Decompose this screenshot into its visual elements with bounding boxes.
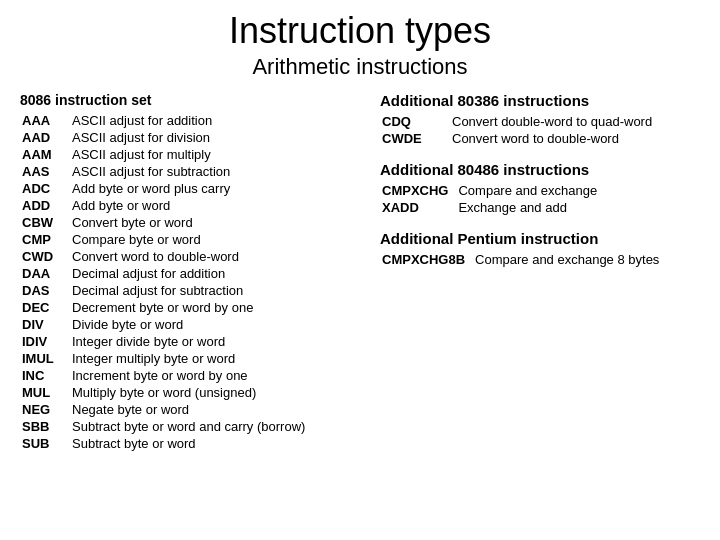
content-area: 8086 instruction set AAAASCII adjust for…	[20, 92, 700, 452]
description: ASCII adjust for division	[70, 129, 360, 146]
table-row: MULMultiply byte or word (unsigned)	[20, 384, 360, 401]
section-80386-heading: Additional 80386 instructions	[380, 92, 700, 109]
mnemonic: CBW	[20, 214, 70, 231]
description: ASCII adjust for multiply	[70, 146, 360, 163]
description: Convert word to double-word	[450, 130, 700, 147]
table-row: CWDEConvert word to double-word	[380, 130, 700, 147]
section-80386: Additional 80386 instructions CDQConvert…	[380, 92, 700, 147]
table-row: XADDExchange and add	[380, 199, 700, 216]
description: Convert byte or word	[70, 214, 360, 231]
mnemonic: AAS	[20, 163, 70, 180]
mnemonic: CDQ	[380, 113, 450, 130]
description: Integer divide byte or word	[70, 333, 360, 350]
table-row: CMPCompare byte or word	[20, 231, 360, 248]
description: Compare and exchange	[456, 182, 700, 199]
description: Convert word to double-word	[70, 248, 360, 265]
table-row: CWDConvert word to double-word	[20, 248, 360, 265]
mnemonic: XADD	[380, 199, 456, 216]
mnemonic: IMUL	[20, 350, 70, 367]
section-80486-heading: Additional 80486 instructions	[380, 161, 700, 178]
table-row: SUBSubtract byte or word	[20, 435, 360, 452]
description: Compare byte or word	[70, 231, 360, 248]
mnemonic: AAM	[20, 146, 70, 163]
table-row: AADASCII adjust for division	[20, 129, 360, 146]
table-row: CMPXCHG8BCompare and exchange 8 bytes	[380, 251, 700, 268]
mnemonic: CMP	[20, 231, 70, 248]
table-row: DECDecrement byte or word by one	[20, 299, 360, 316]
mnemonic: CMPXCHG8B	[380, 251, 473, 268]
mnemonic: CMPXCHG	[380, 182, 456, 199]
page-title: Instruction types	[20, 10, 700, 52]
mnemonic: IDIV	[20, 333, 70, 350]
table-row: IDIVInteger divide byte or word	[20, 333, 360, 350]
section-80486: Additional 80486 instructions CMPXCHGCom…	[380, 161, 700, 216]
description: ASCII adjust for subtraction	[70, 163, 360, 180]
table-row: ADDAdd byte or word	[20, 197, 360, 214]
description: Decimal adjust for addition	[70, 265, 360, 282]
description: Decimal adjust for subtraction	[70, 282, 360, 299]
mnemonic: DEC	[20, 299, 70, 316]
mnemonic: DIV	[20, 316, 70, 333]
instruction-table-80486: CMPXCHGCompare and exchangeXADDExchange …	[380, 182, 700, 216]
description: Integer multiply byte or word	[70, 350, 360, 367]
description: Divide byte or word	[70, 316, 360, 333]
description: ASCII adjust for addition	[70, 112, 360, 129]
description: Add byte or word	[70, 197, 360, 214]
table-row: DIVDivide byte or word	[20, 316, 360, 333]
section-pentium-heading: Additional Pentium instruction	[380, 230, 700, 247]
instruction-table-pentium: CMPXCHG8BCompare and exchange 8 bytes	[380, 251, 700, 268]
table-row: NEGNegate byte or word	[20, 401, 360, 418]
mnemonic: SBB	[20, 418, 70, 435]
table-row: CMPXCHGCompare and exchange	[380, 182, 700, 199]
section-pentium: Additional Pentium instruction CMPXCHG8B…	[380, 230, 700, 268]
table-row: IMULInteger multiply byte or word	[20, 350, 360, 367]
mnemonic: ADD	[20, 197, 70, 214]
description: Compare and exchange 8 bytes	[473, 251, 700, 268]
description: Add byte or word plus carry	[70, 180, 360, 197]
description: Increment byte or word by one	[70, 367, 360, 384]
table-row: CDQConvert double-word to quad-word	[380, 113, 700, 130]
table-row: ADCAdd byte or word plus carry	[20, 180, 360, 197]
table-row: AAMASCII adjust for multiply	[20, 146, 360, 163]
mnemonic: ADC	[20, 180, 70, 197]
table-row: INCIncrement byte or word by one	[20, 367, 360, 384]
mnemonic: INC	[20, 367, 70, 384]
description: Exchange and add	[456, 199, 700, 216]
page-subtitle: Arithmetic instructions	[20, 54, 700, 80]
table-row: AASASCII adjust for subtraction	[20, 163, 360, 180]
mnemonic: DAA	[20, 265, 70, 282]
mnemonic: NEG	[20, 401, 70, 418]
left-column: 8086 instruction set AAAASCII adjust for…	[20, 92, 360, 452]
table-row: DAADecimal adjust for addition	[20, 265, 360, 282]
left-section-heading: 8086 instruction set	[20, 92, 360, 108]
table-row: SBBSubtract byte or word and carry (borr…	[20, 418, 360, 435]
table-row: AAAASCII adjust for addition	[20, 112, 360, 129]
mnemonic: SUB	[20, 435, 70, 452]
description: Multiply byte or word (unsigned)	[70, 384, 360, 401]
table-row: DASDecimal adjust for subtraction	[20, 282, 360, 299]
instruction-table-80386: CDQConvert double-word to quad-wordCWDEC…	[380, 113, 700, 147]
table-row: CBWConvert byte or word	[20, 214, 360, 231]
right-column: Additional 80386 instructions CDQConvert…	[380, 92, 700, 452]
description: Negate byte or word	[70, 401, 360, 418]
mnemonic: DAS	[20, 282, 70, 299]
mnemonic: AAD	[20, 129, 70, 146]
mnemonic: CWDE	[380, 130, 450, 147]
description: Subtract byte or word	[70, 435, 360, 452]
description: Decrement byte or word by one	[70, 299, 360, 316]
description: Subtract byte or word and carry (borrow)	[70, 418, 360, 435]
mnemonic: AAA	[20, 112, 70, 129]
description: Convert double-word to quad-word	[450, 113, 700, 130]
mnemonic: CWD	[20, 248, 70, 265]
instruction-table-8086: AAAASCII adjust for additionAADASCII adj…	[20, 112, 360, 452]
mnemonic: MUL	[20, 384, 70, 401]
